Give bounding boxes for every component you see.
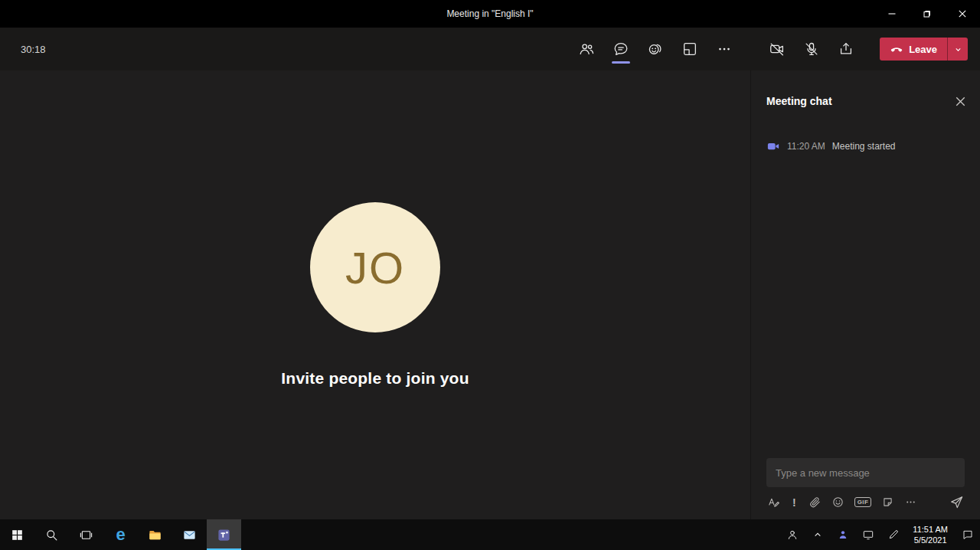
chevron-up-icon — [812, 529, 824, 541]
display-icon — [862, 529, 874, 541]
device-controls — [760, 28, 863, 70]
title-bar: Meeting in "English I" — [0, 0, 980, 28]
clock-time: 11:51 AM — [913, 524, 948, 535]
file-explorer-button[interactable] — [138, 519, 172, 550]
leave-split-button: Leave — [880, 38, 968, 61]
importance-button[interactable]: ! — [789, 496, 799, 509]
mic-off-icon — [803, 41, 820, 57]
event-time: 11:20 AM — [787, 141, 825, 152]
meeting-started-event: 11:20 AM Meeting started — [766, 139, 965, 153]
meeting-timer: 30:18 — [21, 44, 46, 55]
teams-tray-icon — [837, 529, 849, 541]
folder-icon — [148, 528, 162, 542]
sticker-icon — [881, 496, 894, 509]
chat-message-list: 11:20 AM Meeting started — [751, 115, 980, 458]
teams-icon — [217, 528, 231, 542]
teams-meeting-window: Meeting in "English I" 30:18 — [0, 0, 980, 550]
avatar-initials: JO — [345, 242, 405, 293]
ellipsis-icon — [904, 496, 917, 509]
participants-icon — [578, 41, 595, 57]
breakout-rooms-icon — [681, 41, 698, 57]
mail-button[interactable] — [172, 519, 207, 550]
emoji-button[interactable] — [831, 495, 845, 509]
people-icon — [786, 529, 799, 541]
reactions-icon — [647, 41, 664, 57]
video-event-icon — [766, 139, 780, 153]
close-icon — [955, 96, 966, 107]
gif-button[interactable]: GIF — [854, 496, 873, 508]
mic-off-button[interactable] — [794, 28, 828, 70]
close-icon — [958, 9, 967, 18]
hangup-icon — [890, 42, 903, 56]
show-hidden-icons-button[interactable] — [805, 519, 830, 550]
minimize-icon — [887, 9, 897, 18]
format-button[interactable] — [766, 495, 781, 509]
toolbar-icon-group — [569, 28, 741, 70]
importance-label: ! — [790, 496, 799, 509]
participants-button[interactable] — [569, 28, 603, 70]
paperclip-icon — [808, 496, 822, 509]
avatar: JO — [310, 202, 440, 332]
send-icon — [949, 495, 964, 509]
share-screen-button[interactable] — [828, 28, 863, 70]
window-title: Meeting in "English I" — [446, 8, 533, 19]
people-tray-button[interactable] — [779, 519, 805, 550]
leave-button[interactable]: Leave — [880, 38, 947, 61]
display-tray-button[interactable] — [855, 519, 880, 550]
close-chat-button[interactable] — [955, 96, 966, 107]
compose-more-button[interactable] — [903, 495, 918, 509]
mail-icon — [182, 528, 197, 542]
more-actions-button[interactable] — [707, 28, 741, 70]
reactions-button[interactable] — [638, 28, 672, 70]
search-icon — [44, 528, 59, 542]
meeting-chat-panel: Meeting chat 11:20 AM Meeting started — [750, 70, 980, 519]
meeting-stage: JO Invite people to join you — [0, 70, 750, 519]
event-text: Meeting started — [832, 141, 896, 152]
breakout-rooms-button[interactable] — [672, 28, 707, 70]
start-button[interactable] — [0, 519, 34, 550]
content-area: JO Invite people to join you Meeting cha… — [0, 70, 980, 519]
clock-date: 5/5/2021 — [914, 535, 947, 545]
share-screen-icon — [838, 41, 854, 57]
format-icon — [767, 496, 780, 509]
restore-button[interactable] — [910, 0, 945, 28]
task-view-button[interactable] — [69, 519, 103, 550]
sticker-button[interactable] — [880, 495, 895, 509]
chat-title: Meeting chat — [766, 95, 832, 107]
compose-toolbar: ! GIF — [766, 494, 965, 510]
emoji-icon — [831, 496, 844, 509]
leave-options-button[interactable] — [947, 38, 968, 61]
invite-heading: Invite people to join you — [281, 369, 469, 388]
chat-button[interactable] — [603, 28, 638, 70]
ellipsis-icon — [716, 41, 733, 57]
chevron-down-icon — [953, 44, 963, 54]
minimize-button[interactable] — [874, 0, 910, 28]
pen-icon — [887, 529, 900, 541]
action-center-icon — [962, 529, 974, 541]
leave-label: Leave — [909, 44, 937, 55]
pen-tray-button[interactable] — [880, 519, 906, 550]
window-controls — [874, 0, 980, 28]
taskbar-clock[interactable]: 11:51 AM 5/5/2021 — [906, 519, 955, 550]
system-tray: 11:51 AM 5/5/2021 — [779, 519, 980, 550]
edge-icon: e — [116, 526, 125, 543]
edge-button[interactable]: e — [103, 519, 138, 550]
camera-off-button[interactable] — [760, 28, 794, 70]
gif-badge: GIF — [854, 497, 872, 507]
chat-icon — [612, 41, 629, 57]
restore-icon — [923, 9, 932, 18]
message-input[interactable] — [766, 458, 965, 487]
composer: ! GIF — [751, 458, 980, 519]
action-center-button[interactable] — [955, 519, 980, 550]
teams-button[interactable] — [207, 519, 241, 550]
search-button[interactable] — [34, 519, 69, 550]
send-button[interactable] — [949, 494, 965, 510]
chat-header: Meeting chat — [751, 70, 980, 115]
teams-tray-button[interactable] — [830, 519, 855, 550]
attach-button[interactable] — [808, 495, 822, 509]
close-button[interactable] — [945, 0, 980, 28]
taskbar: e — [0, 519, 980, 550]
camera-off-icon — [769, 41, 786, 57]
meeting-toolbar: 30:18 — [0, 28, 980, 70]
task-view-icon — [79, 528, 93, 542]
